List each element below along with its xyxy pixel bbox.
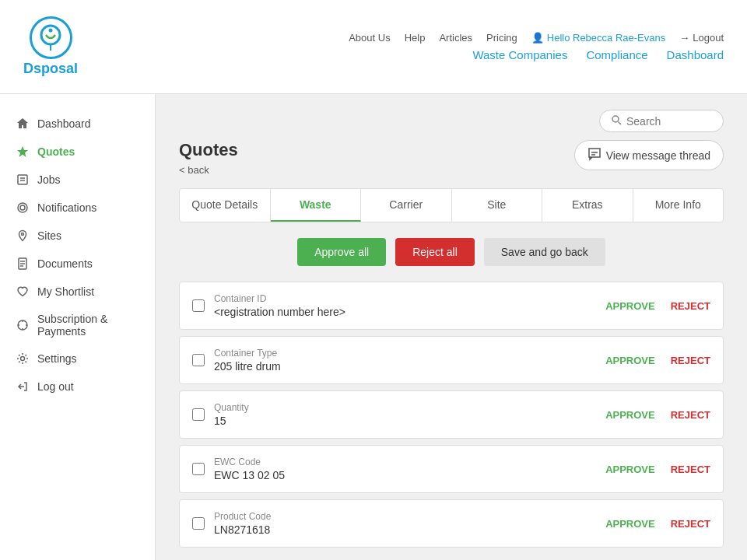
quantity-checkbox[interactable]: [192, 408, 205, 421]
tabs-container: Quote Details Waste Carrier Site Extras …: [179, 188, 724, 222]
sidebar-item-subscription[interactable]: Subscription & Payments: [0, 306, 155, 345]
settings-icon: [16, 352, 30, 366]
sidebar: Dashboard Quotes Jobs Notifications: [0, 94, 156, 560]
container-type-reject[interactable]: REJECT: [671, 355, 710, 366]
product-code-reject[interactable]: REJECT: [671, 518, 710, 530]
search-input[interactable]: [626, 115, 712, 128]
logo[interactable]: Dsposal: [23, 16, 78, 77]
ewc-code-reject[interactable]: REJECT: [671, 464, 710, 475]
svg-marker-3: [17, 146, 28, 157]
ewc-code-checkbox[interactable]: [192, 463, 205, 475]
jobs-icon: [16, 173, 30, 187]
nav-dashboard[interactable]: Dashboard: [667, 48, 724, 61]
ewc-code-value: EWC 13 02 05: [214, 469, 596, 481]
sidebar-item-shortlist[interactable]: My Shortlist: [0, 278, 155, 306]
tab-more-info[interactable]: More Info: [633, 189, 724, 222]
nav-waste-companies[interactable]: Waste Companies: [472, 48, 567, 61]
tab-waste[interactable]: Waste: [271, 189, 362, 222]
view-message-thread-button[interactable]: View message thread: [574, 140, 724, 170]
nav-bottom-links: Waste Companies Compliance Dashboard: [472, 48, 724, 61]
svg-point-8: [20, 205, 25, 210]
sidebar-item-jobs[interactable]: Jobs: [0, 166, 155, 194]
table-row: Container ID <registration number here> …: [179, 282, 724, 330]
page-title: Quotes: [179, 140, 238, 160]
sites-icon: [16, 229, 30, 243]
nav-right: About Us Help Articles Pricing 👤 Hello R…: [349, 32, 724, 61]
svg-point-16: [612, 116, 619, 122]
nav-pricing[interactable]: Pricing: [486, 32, 517, 44]
container-type-approve[interactable]: APPROVE: [605, 355, 655, 366]
nav-compliance[interactable]: Compliance: [586, 48, 647, 61]
quantity-value: 15: [214, 415, 596, 427]
notifications-icon: [16, 201, 30, 215]
quotes-icon: [16, 145, 30, 159]
tab-carrier[interactable]: Carrier: [361, 189, 452, 222]
table-row: EWC Code EWC 13 02 05 APPROVE REJECT: [179, 445, 724, 493]
sidebar-item-notifications[interactable]: Notifications: [0, 194, 155, 222]
nav-top-links: About Us Help Articles Pricing 👤 Hello R…: [349, 32, 724, 44]
logout-icon: →: [679, 32, 689, 44]
svg-line-17: [619, 122, 622, 125]
quantity-approve[interactable]: APPROVE: [605, 409, 655, 421]
container-id-approve[interactable]: APPROVE: [605, 300, 655, 312]
user-icon: 👤: [531, 32, 544, 44]
nav-logout[interactable]: → Logout: [679, 32, 724, 44]
quantity-label: Quantity: [214, 402, 596, 413]
product-code-label: Product Code: [214, 511, 596, 522]
ewc-code-label: EWC Code: [214, 457, 596, 467]
quantity-reject[interactable]: REJECT: [671, 409, 710, 421]
page-header: Quotes < back View message thread: [179, 140, 724, 188]
container-id-checkbox[interactable]: [192, 299, 205, 312]
container-id-label: Container ID: [214, 293, 596, 304]
container-type-value: 205 litre drum: [214, 360, 596, 373]
sidebar-item-documents[interactable]: Documents: [0, 250, 155, 278]
main-layout: Dashboard Quotes Jobs Notifications: [0, 94, 747, 560]
message-icon: [587, 147, 601, 163]
shortlist-icon: [16, 285, 30, 299]
documents-icon: [16, 257, 30, 271]
sidebar-item-sites[interactable]: Sites: [0, 222, 155, 250]
nav-about-us[interactable]: About Us: [349, 32, 390, 44]
app-name: Dsposal: [23, 61, 78, 77]
search-container: [179, 110, 724, 132]
svg-point-7: [18, 203, 27, 212]
logo-icon: [30, 16, 72, 59]
logout-sidebar-icon: [16, 380, 30, 394]
nav-articles[interactable]: Articles: [439, 32, 472, 44]
house-icon: [16, 117, 30, 131]
save-and-go-back-button[interactable]: Save and go back: [484, 238, 605, 266]
table-row: Product Code LN8271618 APPROVE REJECT: [179, 499, 724, 548]
ewc-code-approve[interactable]: APPROVE: [605, 464, 655, 475]
sidebar-item-quotes[interactable]: Quotes: [0, 138, 155, 166]
product-code-checkbox[interactable]: [192, 517, 205, 530]
tab-quote-details[interactable]: Quote Details: [180, 189, 271, 222]
container-id-value: <registration number here>: [214, 306, 596, 318]
table-row: Quantity 15 APPROVE REJECT: [179, 390, 724, 439]
svg-point-9: [22, 233, 24, 236]
nav-help[interactable]: Help: [405, 32, 426, 44]
product-code-approve[interactable]: APPROVE: [605, 518, 655, 530]
tab-site[interactable]: Site: [452, 189, 543, 222]
top-nav: Dsposal About Us Help Articles Pricing 👤…: [0, 0, 747, 94]
approve-all-button[interactable]: Approve all: [297, 238, 386, 266]
search-bar: [599, 110, 724, 132]
subscription-icon: [16, 318, 30, 332]
table-row: Container Type 205 litre drum APPROVE RE…: [179, 336, 724, 384]
reject-all-button[interactable]: Reject all: [395, 238, 475, 266]
svg-rect-4: [18, 175, 27, 184]
action-buttons: Approve all Reject all Save and go back: [179, 238, 724, 266]
container-type-checkbox[interactable]: [192, 354, 205, 366]
svg-point-1: [49, 28, 53, 32]
sidebar-item-settings[interactable]: Settings: [0, 345, 155, 373]
container-type-label: Container Type: [214, 348, 596, 359]
tab-extras[interactable]: Extras: [542, 189, 633, 222]
data-rows-container: Container ID <registration number here> …: [179, 282, 724, 548]
sidebar-item-dashboard[interactable]: Dashboard: [0, 110, 155, 138]
content-area: Quotes < back View message thread Quote …: [156, 94, 747, 560]
sidebar-item-logout[interactable]: Log out: [0, 373, 155, 401]
container-id-reject[interactable]: REJECT: [671, 300, 710, 312]
back-link[interactable]: < back: [179, 164, 209, 176]
nav-user[interactable]: 👤 Hello Rebecca Rae-Evans: [531, 32, 665, 44]
svg-point-15: [21, 357, 25, 361]
product-code-value: LN8271618: [214, 523, 596, 536]
